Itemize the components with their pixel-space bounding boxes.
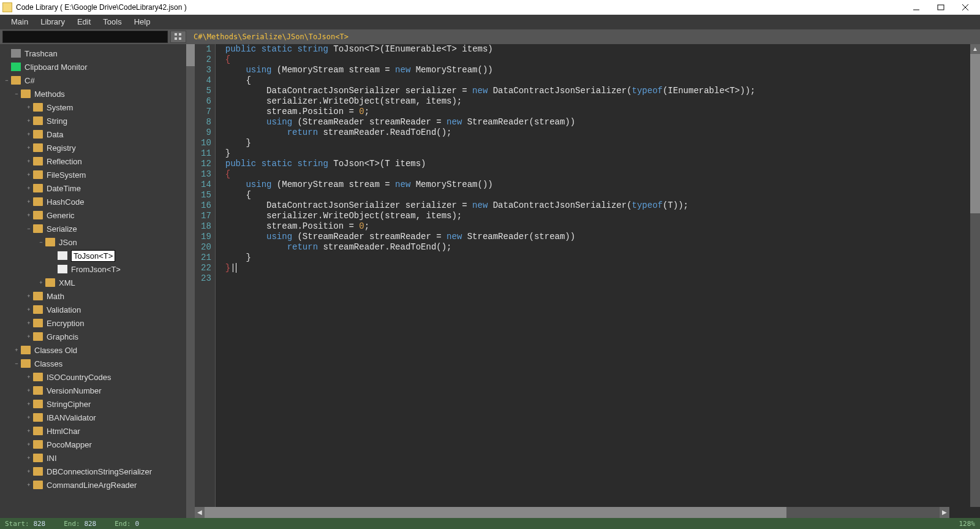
tree-item[interactable]: +StringCipher bbox=[0, 397, 195, 411]
expand-icon[interactable]: + bbox=[26, 441, 32, 447]
expand-icon[interactable]: + bbox=[26, 212, 32, 218]
tree-item[interactable]: +PocoMapper bbox=[0, 438, 195, 451]
tree-item[interactable]: +ISOCountryCodes bbox=[0, 370, 195, 384]
menu-tools[interactable]: Tools bbox=[97, 15, 127, 29]
folder-icon bbox=[33, 224, 43, 233]
menu-edit[interactable]: Edit bbox=[71, 15, 97, 29]
expand-icon[interactable]: + bbox=[26, 293, 32, 299]
tree-item[interactable]: +HashCode bbox=[0, 195, 195, 208]
window-title: Code Library ( E:\Google Drive\CodeLibra… bbox=[16, 3, 904, 12]
tree-item[interactable]: Trashcan bbox=[0, 47, 195, 60]
tree-item[interactable]: +INI bbox=[0, 451, 195, 465]
tree-item[interactable]: +String bbox=[0, 114, 195, 127]
expand-icon[interactable]: + bbox=[26, 145, 32, 151]
clip-icon bbox=[11, 63, 21, 71]
search-input[interactable] bbox=[2, 31, 168, 43]
tree-item[interactable]: +Data bbox=[0, 127, 195, 141]
tree-item[interactable]: +Encryption bbox=[0, 316, 195, 330]
minimize-button[interactable] bbox=[904, 1, 929, 13]
expand-icon[interactable]: + bbox=[26, 374, 32, 380]
folder-icon bbox=[21, 359, 31, 368]
tree-item[interactable]: +XML bbox=[0, 276, 195, 289]
tree-item[interactable]: +Registry bbox=[0, 141, 195, 154]
expand-icon[interactable]: + bbox=[13, 347, 20, 353]
expand-icon[interactable]: + bbox=[26, 468, 32, 474]
maximize-button[interactable] bbox=[929, 1, 953, 13]
svg-rect-5 bbox=[179, 33, 181, 36]
menu-main[interactable]: Main bbox=[5, 15, 34, 29]
tree-item-label: Classes Old bbox=[34, 346, 77, 355]
tree-item[interactable]: +Math bbox=[0, 289, 195, 303]
expand-icon[interactable]: + bbox=[26, 482, 32, 488]
collapse-icon[interactable]: − bbox=[38, 239, 44, 245]
tree-item[interactable]: +CommandLineArgReader bbox=[0, 478, 195, 492]
folder-icon bbox=[45, 238, 55, 246]
scroll-up-icon[interactable]: ▲ bbox=[970, 44, 980, 54]
close-button[interactable] bbox=[953, 1, 978, 13]
expand-icon[interactable]: + bbox=[26, 320, 32, 326]
tree-item[interactable]: +Validation bbox=[0, 303, 195, 316]
expand-icon[interactable]: + bbox=[26, 172, 32, 178]
tree-item[interactable]: +Generic bbox=[0, 208, 195, 222]
status-start-label: Start: bbox=[5, 520, 29, 528]
collapse-icon[interactable]: − bbox=[13, 91, 20, 97]
tree-item[interactable]: +FileSystem bbox=[0, 168, 195, 181]
expand-icon[interactable]: + bbox=[26, 401, 32, 407]
tree-item[interactable]: +HtmlChar bbox=[0, 424, 195, 438]
toolbar-button[interactable] bbox=[170, 31, 186, 43]
sidebar-scrollbar[interactable] bbox=[186, 44, 195, 518]
code-text[interactable]: public static string ToJson<T>(IEnumerab… bbox=[222, 44, 759, 518]
tree-item[interactable]: +DateTime bbox=[0, 181, 195, 195]
expand-icon[interactable]: + bbox=[26, 185, 32, 191]
expand-icon[interactable]: + bbox=[26, 199, 32, 205]
expand-icon[interactable]: + bbox=[26, 387, 32, 394]
scroll-right-icon[interactable]: ▶ bbox=[940, 507, 949, 518]
tree-item-label: Registry bbox=[47, 143, 76, 153]
tree-item-label: Math bbox=[47, 292, 64, 301]
collapse-icon[interactable]: − bbox=[26, 226, 32, 232]
expand-icon[interactable]: + bbox=[26, 118, 32, 124]
tree-item[interactable]: Clipboard Monitor bbox=[0, 60, 195, 74]
tree-item[interactable]: +System bbox=[0, 101, 195, 114]
collapse-icon[interactable]: − bbox=[13, 360, 20, 367]
menu-help[interactable]: Help bbox=[128, 15, 157, 29]
tree-item[interactable]: +Graphcis bbox=[0, 330, 195, 343]
tree-item[interactable]: −Serialize bbox=[0, 222, 195, 235]
expand-icon[interactable]: + bbox=[26, 158, 32, 164]
sidebar: TrashcanClipboard Monitor−C#−Methods+Sys… bbox=[0, 44, 195, 518]
tree-item[interactable]: −Classes bbox=[0, 357, 195, 370]
tree-item[interactable]: +DBConnectionStringSerializer bbox=[0, 465, 195, 478]
tree-item[interactable]: −Methods bbox=[0, 87, 195, 101]
tree-item[interactable]: +Classes Old bbox=[0, 343, 195, 357]
expand-icon[interactable]: + bbox=[26, 455, 32, 461]
tree-item[interactable]: −C# bbox=[0, 74, 195, 87]
scroll-left-icon[interactable]: ◀ bbox=[195, 507, 205, 518]
tree-item[interactable]: ToJson<T> bbox=[0, 249, 195, 262]
expand-icon[interactable]: + bbox=[26, 333, 32, 340]
expand-icon[interactable]: + bbox=[26, 104, 32, 110]
expand-icon[interactable]: + bbox=[26, 131, 32, 137]
editor-vscrollbar[interactable]: ▲ bbox=[970, 44, 980, 507]
folder-icon bbox=[33, 130, 43, 139]
expand-icon[interactable]: + bbox=[38, 280, 44, 286]
tree-item[interactable]: +IBANValidator bbox=[0, 411, 195, 424]
folder-icon bbox=[33, 103, 43, 112]
tree-item-label: ISOCountryCodes bbox=[47, 373, 111, 382]
folder-icon bbox=[33, 481, 43, 489]
tree-item[interactable]: FromJson<T> bbox=[0, 262, 195, 276]
fold-column[interactable] bbox=[216, 44, 222, 518]
editor[interactable]: 1234567891011121314151617181920212223 pu… bbox=[195, 44, 980, 518]
collapse-icon[interactable]: − bbox=[4, 77, 10, 83]
folder-icon bbox=[33, 116, 43, 125]
folder-icon bbox=[33, 184, 43, 192]
tree-item-label: System bbox=[47, 103, 73, 112]
expand-icon[interactable]: + bbox=[26, 428, 32, 434]
tree-item[interactable]: +VersionNumber bbox=[0, 384, 195, 397]
expand-icon[interactable]: + bbox=[26, 414, 32, 421]
tree-item-label: C# bbox=[24, 76, 35, 85]
editor-hscrollbar[interactable]: ◀ ▶ bbox=[195, 507, 949, 518]
menu-library[interactable]: Library bbox=[34, 15, 71, 29]
expand-icon[interactable]: + bbox=[26, 306, 32, 313]
tree-item[interactable]: +Reflection bbox=[0, 154, 195, 168]
tree-item[interactable]: −JSon bbox=[0, 235, 195, 249]
